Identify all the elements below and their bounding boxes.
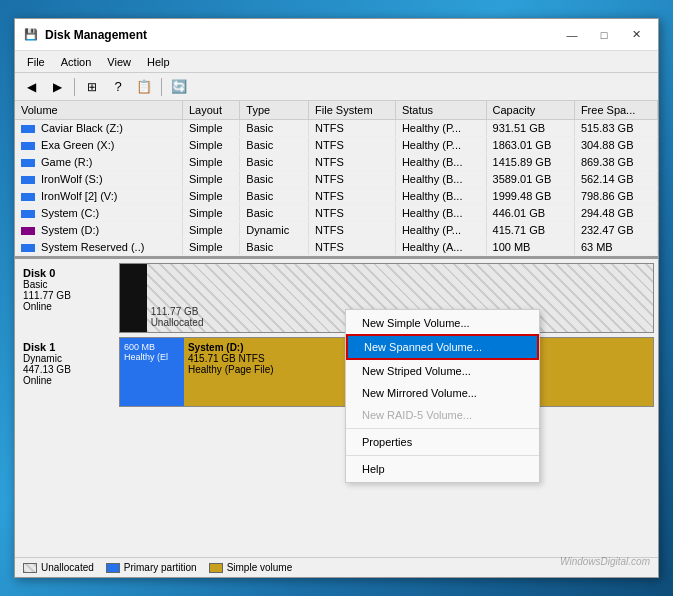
context-menu: New Simple Volume... New Spanned Volume.… — [345, 309, 540, 483]
cell-fs: NTFS — [309, 171, 396, 188]
cell-type: Basic — [240, 205, 309, 222]
legend-unallocated-label: Unallocated — [41, 562, 94, 573]
disk-1-seg-primary[interactable]: 600 MB Healthy (El — [120, 338, 184, 406]
toolbar-separator-1 — [74, 78, 75, 96]
ctx-new-simple[interactable]: New Simple Volume... — [346, 312, 539, 334]
ctx-new-mirrored[interactable]: New Mirrored Volume... — [346, 382, 539, 404]
table-row[interactable]: IronWolf (S:) Simple Basic NTFS Healthy … — [15, 171, 658, 188]
cell-status: Healthy (A... — [395, 239, 486, 256]
title-bar: 💾 Disk Management — □ ✕ — [15, 19, 658, 51]
minimize-button[interactable]: — — [558, 25, 586, 45]
table-row[interactable]: System (C:) Simple Basic NTFS Healthy (B… — [15, 205, 658, 222]
help-button[interactable]: ? — [106, 76, 130, 98]
toolbar: ◀ ▶ ⊞ ? 📋 🔄 — [15, 73, 658, 101]
cell-fs: NTFS — [309, 222, 396, 239]
disk-1-row: Disk 1 Dynamic 447.13 GB Online 600 MB H… — [19, 337, 654, 407]
cell-layout: Simple — [182, 239, 239, 256]
table-row[interactable]: Game (R:) Simple Basic NTFS Healthy (B..… — [15, 154, 658, 171]
cell-fs: NTFS — [309, 239, 396, 256]
col-volume[interactable]: Volume — [15, 101, 182, 120]
table-row[interactable]: System (D:) Simple Dynamic NTFS Healthy … — [15, 222, 658, 239]
cell-layout: Simple — [182, 171, 239, 188]
menu-file[interactable]: File — [19, 54, 53, 70]
cell-capacity: 3589.01 GB — [486, 171, 574, 188]
disk-0-status: Online — [23, 301, 115, 312]
cell-volume: Caviar Black (Z:) — [15, 120, 182, 137]
cell-volume: Game (R:) — [15, 154, 182, 171]
cell-volume: System Reserved (..) — [15, 239, 182, 256]
disk-0-label: Disk 0 Basic 111.77 GB Online — [19, 263, 119, 333]
cell-fs: NTFS — [309, 205, 396, 222]
legend-simple-label: Simple volume — [227, 562, 293, 573]
app-icon: 💾 — [23, 27, 39, 43]
menu-help[interactable]: Help — [139, 54, 178, 70]
col-status[interactable]: Status — [395, 101, 486, 120]
cell-capacity: 446.01 GB — [486, 205, 574, 222]
ctx-new-striped[interactable]: New Striped Volume... — [346, 360, 539, 382]
disk-1-size: 447.13 GB — [23, 364, 115, 375]
cell-status: Healthy (B... — [395, 205, 486, 222]
col-filesystem[interactable]: File System — [309, 101, 396, 120]
disk-0-seg-black[interactable] — [120, 264, 147, 332]
main-content: Volume Layout Type File System Status Ca… — [15, 101, 658, 577]
table-row[interactable]: Caviar Black (Z:) Simple Basic NTFS Heal… — [15, 120, 658, 137]
cell-type: Basic — [240, 188, 309, 205]
disk-0-size: 111.77 GB — [23, 290, 115, 301]
menu-view[interactable]: View — [99, 54, 139, 70]
properties-button[interactable]: 📋 — [132, 76, 156, 98]
disk-0-row: Disk 0 Basic 111.77 GB Online 111.77 GB … — [19, 263, 654, 333]
cell-layout: Simple — [182, 120, 239, 137]
cell-status: Healthy (B... — [395, 188, 486, 205]
disk-1-type: Dynamic — [23, 353, 115, 364]
cell-free: 232.47 GB — [574, 222, 657, 239]
cell-type: Dynamic — [240, 222, 309, 239]
ctx-separator-2 — [346, 455, 539, 456]
legend-unallocated: Unallocated — [23, 562, 94, 573]
cell-volume: Exa Green (X:) — [15, 137, 182, 154]
table-row[interactable]: System Reserved (..) Simple Basic NTFS H… — [15, 239, 658, 256]
ctx-properties[interactable]: Properties — [346, 431, 539, 453]
maximize-button[interactable]: □ — [590, 25, 618, 45]
watermark: WindowsDigital.com — [560, 556, 650, 567]
refresh-button[interactable]: 🔄 — [167, 76, 191, 98]
volume-table: Volume Layout Type File System Status Ca… — [15, 101, 658, 256]
col-type[interactable]: Type — [240, 101, 309, 120]
cell-status: Healthy (B... — [395, 171, 486, 188]
cell-layout: Simple — [182, 137, 239, 154]
menu-action[interactable]: Action — [53, 54, 100, 70]
menu-bar: File Action View Help — [15, 51, 658, 73]
cell-free: 294.48 GB — [574, 205, 657, 222]
col-capacity[interactable]: Capacity — [486, 101, 574, 120]
cell-free: 869.38 GB — [574, 154, 657, 171]
disk-1-label: Disk 1 Dynamic 447.13 GB Online — [19, 337, 119, 407]
disk-1-primary-size: 600 MB — [124, 342, 180, 352]
legend-primary: Primary partition — [106, 562, 197, 573]
ctx-help[interactable]: Help — [346, 458, 539, 480]
grid-button[interactable]: ⊞ — [80, 76, 104, 98]
legend-simple-icon — [209, 563, 223, 573]
cell-fs: NTFS — [309, 137, 396, 154]
disk-map-panel: Disk 0 Basic 111.77 GB Online 111.77 GB … — [15, 259, 658, 557]
cell-type: Basic — [240, 120, 309, 137]
cell-layout: Simple — [182, 205, 239, 222]
cell-volume: IronWolf (S:) — [15, 171, 182, 188]
ctx-new-raid5: New RAID-5 Volume... — [346, 404, 539, 426]
close-button[interactable]: ✕ — [622, 25, 650, 45]
legend-unallocated-icon — [23, 563, 37, 573]
cell-type: Basic — [240, 154, 309, 171]
cell-free: 304.88 GB — [574, 137, 657, 154]
ctx-separator-1 — [346, 428, 539, 429]
disk-0-type: Basic — [23, 279, 115, 290]
cell-volume: IronWolf [2] (V:) — [15, 188, 182, 205]
table-row[interactable]: Exa Green (X:) Simple Basic NTFS Healthy… — [15, 137, 658, 154]
cell-fs: NTFS — [309, 188, 396, 205]
col-layout[interactable]: Layout — [182, 101, 239, 120]
back-button[interactable]: ◀ — [19, 76, 43, 98]
forward-button[interactable]: ▶ — [45, 76, 69, 98]
ctx-new-spanned[interactable]: New Spanned Volume... — [346, 334, 539, 360]
disk-1-name: Disk 1 — [23, 341, 115, 353]
volume-table-panel: Volume Layout Type File System Status Ca… — [15, 101, 658, 259]
col-freespace[interactable]: Free Spa... — [574, 101, 657, 120]
table-row[interactable]: IronWolf [2] (V:) Simple Basic NTFS Heal… — [15, 188, 658, 205]
cell-type: Basic — [240, 137, 309, 154]
